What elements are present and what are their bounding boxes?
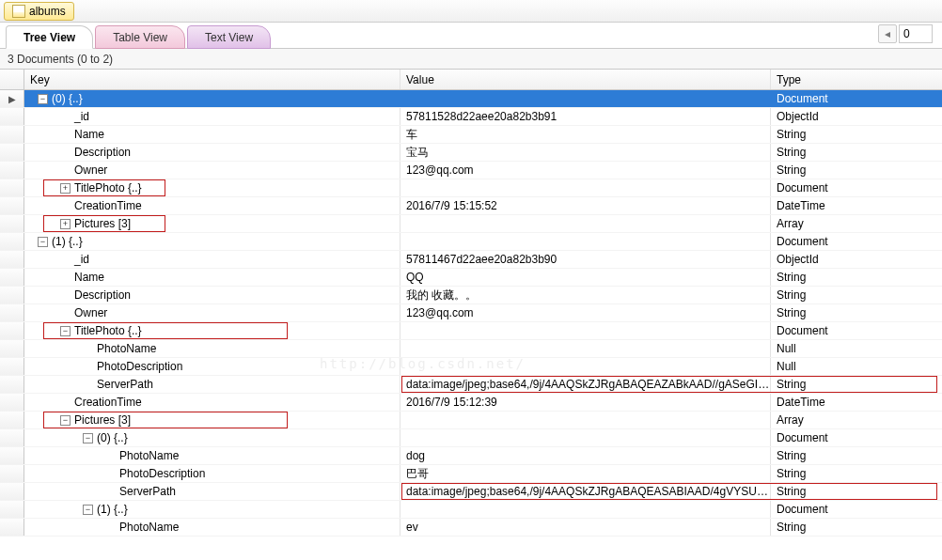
cell-key[interactable]: −(0) {..} bbox=[24, 429, 400, 446]
tree-row[interactable]: Name车String bbox=[0, 126, 942, 144]
type-text: ObjectId bbox=[777, 253, 819, 266]
tree-row[interactable]: CreationTime2016/7/9 15:15:52DateTime bbox=[0, 197, 942, 215]
tree-row[interactable]: PhotoDescription巴哥String bbox=[0, 465, 942, 483]
type-text: String bbox=[777, 128, 806, 141]
tree-row[interactable]: ServerPathdata:image/jpeg;base64,/9j/4AA… bbox=[0, 376, 942, 394]
cell-key[interactable]: −Pictures [3] bbox=[24, 412, 400, 428]
expand-icon[interactable]: + bbox=[60, 219, 71, 229]
cell-value[interactable]: QQ bbox=[400, 269, 771, 286]
cell-value[interactable]: 宝马 bbox=[400, 144, 771, 161]
tree-row[interactable]: Owner123@qq.comString bbox=[0, 162, 942, 179]
cell-key[interactable]: Description bbox=[24, 144, 400, 161]
cell-key[interactable]: −TitlePhoto {..} bbox=[24, 322, 400, 339]
cell-key[interactable]: ServerPath bbox=[24, 483, 400, 500]
cell-key[interactable]: +Pictures [3] bbox=[24, 215, 400, 232]
cell-value[interactable]: 123@qq.com bbox=[400, 304, 771, 321]
cell-value[interactable] bbox=[400, 340, 771, 357]
tree-row[interactable]: PhotoNameNull bbox=[0, 340, 942, 358]
collapse-icon[interactable]: − bbox=[83, 433, 93, 443]
cell-value[interactable]: 57811467d22aee20a82b3b90 bbox=[400, 251, 771, 268]
collapse-icon[interactable]: − bbox=[60, 415, 71, 426]
tree-row[interactable]: ▶−(0) {..}Document bbox=[0, 90, 942, 108]
header-key[interactable]: Key bbox=[24, 70, 400, 89]
cell-value[interactable] bbox=[400, 233, 771, 250]
tab-tree-view[interactable]: Tree View bbox=[6, 25, 93, 49]
tree-row[interactable]: PhotoDescriptionNull bbox=[0, 358, 942, 376]
cell-value[interactable]: data:image/jpeg;base64,/9j/4AAQSkZJRgABA… bbox=[400, 376, 771, 393]
cell-key[interactable]: Owner bbox=[24, 304, 400, 321]
pager-input[interactable] bbox=[899, 24, 933, 43]
cell-value[interactable]: 我的 收藏。。 bbox=[400, 287, 771, 303]
expand-icon[interactable]: + bbox=[60, 183, 71, 194]
cell-value[interactable] bbox=[400, 90, 771, 107]
tree-row[interactable]: PhotoNameevString bbox=[0, 519, 942, 537]
cell-key[interactable]: CreationTime bbox=[24, 197, 400, 214]
cell-value[interactable]: 车 bbox=[400, 126, 771, 143]
cell-value[interactable]: 57811528d22aee20a82b3b91 bbox=[400, 108, 771, 125]
cell-value[interactable]: dog bbox=[400, 447, 771, 464]
cell-key[interactable]: Name bbox=[24, 269, 400, 286]
pager-prev-button[interactable]: ◂ bbox=[878, 24, 897, 43]
collapse-icon[interactable]: − bbox=[60, 326, 71, 336]
cell-value[interactable]: 2016/7/9 15:15:52 bbox=[400, 197, 771, 214]
cell-value[interactable] bbox=[400, 412, 771, 428]
type-text: Document bbox=[777, 503, 828, 516]
cell-key[interactable]: PhotoName bbox=[24, 340, 400, 357]
tab-text-view[interactable]: Text View bbox=[187, 25, 271, 49]
cell-key[interactable]: _id bbox=[24, 251, 400, 268]
cell-key[interactable]: Name bbox=[24, 126, 400, 143]
tree-row[interactable]: −(1) {..}Document bbox=[0, 233, 942, 251]
cell-value[interactable]: 2016/7/9 15:12:39 bbox=[400, 394, 771, 411]
tree-row[interactable]: −(1) {..}Document bbox=[0, 501, 942, 519]
tree-row[interactable]: _id57811467d22aee20a82b3b90ObjectId bbox=[0, 251, 942, 269]
cell-value[interactable]: ev bbox=[400, 519, 771, 536]
tree-row[interactable]: Owner123@qq.comString bbox=[0, 304, 942, 322]
tree-row[interactable]: −TitlePhoto {..}Document bbox=[0, 322, 942, 340]
cell-value[interactable] bbox=[400, 429, 771, 446]
cell-key[interactable]: PhotoDescription bbox=[24, 465, 400, 482]
cell-value[interactable]: 巴哥 bbox=[400, 465, 771, 482]
header-type[interactable]: Type bbox=[771, 70, 942, 89]
key-text: Description bbox=[74, 288, 131, 302]
row-gutter bbox=[0, 251, 24, 268]
cell-key[interactable]: −(0) {..} bbox=[24, 90, 400, 107]
row-gutter bbox=[0, 179, 24, 196]
cell-value[interactable] bbox=[400, 501, 771, 518]
cell-key[interactable]: PhotoName bbox=[24, 447, 400, 464]
tree-row[interactable]: −(0) {..}Document bbox=[0, 429, 942, 447]
tree-row[interactable]: +Pictures [3]Array bbox=[0, 215, 942, 233]
value-text: 123@qq.com bbox=[406, 163, 770, 177]
tree-row[interactable]: Description宝马String bbox=[0, 144, 942, 162]
tree-row[interactable]: PhotoNamedogString bbox=[0, 447, 942, 465]
tree-row[interactable]: _id57811528d22aee20a82b3b91ObjectId bbox=[0, 108, 942, 126]
cell-value[interactable]: data:image/jpeg;base64,/9j/4AAQSkZJRgABA… bbox=[400, 483, 771, 500]
cell-key[interactable]: ServerPath bbox=[24, 376, 400, 393]
cell-key[interactable]: Owner bbox=[24, 162, 400, 179]
type-text: DateTime bbox=[777, 396, 825, 409]
cell-key[interactable]: +TitlePhoto {..} bbox=[24, 179, 400, 196]
collapse-icon[interactable]: − bbox=[38, 237, 48, 247]
file-tab-albums[interactable]: albums bbox=[4, 2, 74, 21]
cell-key[interactable]: PhotoDescription bbox=[24, 358, 400, 375]
tree-row[interactable]: Description我的 收藏。。String bbox=[0, 287, 942, 304]
cell-key[interactable]: −(1) {..} bbox=[24, 501, 400, 518]
tree-row[interactable]: +TitlePhoto {..}Document bbox=[0, 179, 942, 197]
cell-key[interactable]: Description bbox=[24, 287, 400, 303]
tab-table-view[interactable]: Table View bbox=[95, 25, 185, 49]
collapse-icon[interactable]: − bbox=[83, 505, 93, 515]
cell-value[interactable] bbox=[400, 215, 771, 232]
collapse-icon[interactable]: − bbox=[38, 94, 48, 104]
cell-value[interactable] bbox=[400, 322, 771, 339]
cell-key[interactable]: PhotoName bbox=[24, 519, 400, 536]
tree-row[interactable]: ServerPathdata:image/jpeg;base64,/9j/4AA… bbox=[0, 483, 942, 501]
cell-value[interactable] bbox=[400, 179, 771, 196]
cell-key[interactable]: −(1) {..} bbox=[24, 233, 400, 250]
cell-value[interactable] bbox=[400, 358, 771, 375]
tree-row[interactable]: −Pictures [3]Array bbox=[0, 412, 942, 429]
cell-key[interactable]: _id bbox=[24, 108, 400, 125]
tree-row[interactable]: CreationTime2016/7/9 15:12:39DateTime bbox=[0, 394, 942, 412]
tree-row[interactable]: NameQQString bbox=[0, 269, 942, 287]
cell-value[interactable]: 123@qq.com bbox=[400, 162, 771, 179]
header-value[interactable]: Value bbox=[400, 70, 771, 89]
cell-key[interactable]: CreationTime bbox=[24, 394, 400, 411]
